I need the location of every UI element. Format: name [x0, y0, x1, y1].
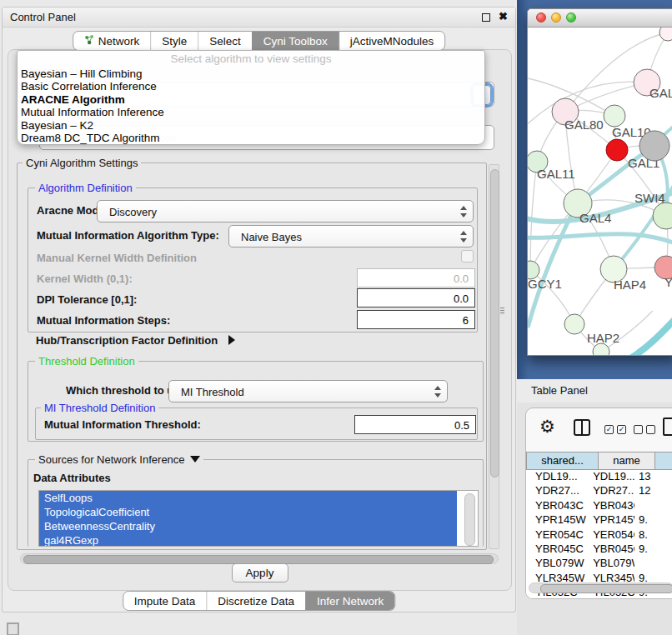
scrollbar-thumb[interactable]: [540, 584, 672, 593]
table-row[interactable]: YBR043C YBR043C: [526, 499, 672, 513]
unchecked-checkbox-icon[interactable]: [634, 425, 643, 434]
which-threshold-combo[interactable]: MI Threshold: [168, 380, 448, 402]
table-row[interactable]: YBR045C YBR045C 9.: [526, 542, 672, 557]
table-row[interactable]: YBL079W YBL079W: [526, 557, 672, 571]
algorithm-option-aracne[interactable]: ARACNE Algorithm: [18, 93, 484, 106]
close-icon[interactable]: ✖: [499, 10, 508, 22]
tab-label: Impute Data: [134, 595, 196, 608]
combo-stepper-icon: [459, 231, 467, 242]
network-node[interactable]: [653, 202, 672, 229]
algorithm-option-bayesian-hill-climbing[interactable]: Bayesian – Hill Climbing: [18, 68, 484, 80]
algorithm-option-basic-correlation[interactable]: Basic Correlation Inference: [18, 80, 484, 92]
manual-kernel-checkbox[interactable]: [461, 250, 474, 262]
threshold-definition-title: Threshold Definition: [35, 355, 138, 368]
columns-icon[interactable]: [574, 419, 590, 436]
sources-group-title: Sources for Network Inference: [35, 453, 203, 466]
network-graph: GALGAL80GAL10GAL1GAL11SWI4GAL4GCY1HAP4YH…: [528, 28, 672, 355]
checked-checkbox-icon[interactable]: [604, 425, 614, 434]
dpi-tolerance-value: 0.0: [454, 292, 469, 304]
network-node[interactable]: [659, 28, 672, 41]
tab-impute-data[interactable]: Impute Data: [123, 592, 207, 610]
aracne-mode-value: Discovery: [109, 205, 157, 218]
network-node[interactable]: [639, 131, 669, 161]
tab-jactivemnodules[interactable]: jActiveMNodules: [339, 32, 445, 50]
settings-vertical-scrollbar[interactable]: [489, 164, 499, 549]
apply-button[interactable]: Apply: [232, 563, 288, 582]
network-canvas[interactable]: GALGAL80GAL10GAL1GAL11SWI4GAL4GCY1HAP4YH…: [528, 28, 672, 355]
algorithm-option-mutual-information[interactable]: Mutual Information Inference: [18, 106, 484, 118]
gear-icon[interactable]: ⚙: [539, 417, 555, 437]
kernel-width-label: Kernel Width (0,1):: [37, 272, 133, 285]
mi-type-combo[interactable]: Naive Bayes: [228, 225, 474, 248]
table-row[interactable]: YER054C YER054C 8.: [526, 528, 672, 542]
hub-factor-label: Hub/Transcription Factor Definition: [36, 334, 218, 347]
nodes-layer: GALGAL80GAL10GAL1GAL11SWI4GAL4GCY1HAP4YH…: [528, 28, 672, 355]
aracne-mode-combo[interactable]: Discovery: [97, 200, 474, 222]
mi-threshold-value: 0.5: [454, 418, 469, 431]
dpi-tolerance-field[interactable]: 0.0: [357, 288, 475, 308]
minimize-traffic-light-icon[interactable]: [551, 12, 561, 22]
list-item-selfloops[interactable]: SelfLoops: [39, 491, 457, 505]
data-attributes-label: Data Attributes: [33, 472, 111, 484]
mi-steps-field[interactable]: 6: [357, 310, 475, 329]
cell-shared-name: YPR145W: [526, 513, 587, 528]
cell-name: YBR045C: [587, 542, 634, 557]
node-label: Y: [664, 275, 672, 289]
list-item-topologicalcoefficient[interactable]: TopologicalCoefficient: [39, 505, 457, 519]
network-window-titlebar[interactable]: [528, 9, 672, 28]
table-panel: ⚙ shared... name A YDL19... YDL19... 13: [517, 402, 672, 635]
tab-label: Infer Network: [317, 595, 384, 608]
panel-title: Control Panel: [10, 11, 76, 23]
algorithm-definition-group: Algorithm Definition Aracne Mode: Discov…: [28, 188, 478, 332]
scrollbar-thumb[interactable]: [490, 169, 499, 478]
table-horizontal-scrollbar[interactable]: [529, 582, 672, 593]
algorithm-option-bayesian-k2[interactable]: Bayesian – K2: [18, 119, 484, 132]
sources-group: Sources for Network Inference Data Attri…: [28, 459, 484, 547]
panel-splitter-grip[interactable]: [500, 308, 504, 315]
hub-factor-expander[interactable]: Hub/Transcription Factor Definition: [36, 332, 235, 348]
network-icon: [84, 35, 94, 48]
collapse-down-icon[interactable]: [190, 456, 200, 462]
tab-infer-network[interactable]: Infer Network: [305, 592, 394, 610]
column-header-shared-name[interactable]: shared...: [526, 452, 599, 470]
checked-checkbox-icon[interactable]: [617, 425, 626, 434]
cell-name: YDL19...: [587, 470, 634, 484]
table-row[interactable]: YDR27... YDR27... 12: [526, 484, 672, 498]
column-header-name[interactable]: name: [599, 452, 655, 470]
import-table-icon[interactable]: [663, 418, 672, 436]
tab-select[interactable]: Select: [198, 32, 252, 50]
table-header-row: shared... name A: [526, 452, 672, 470]
list-item-gal4rgexp[interactable]: gal4RGexp: [39, 533, 457, 547]
table-panel-title: Table Panel: [531, 384, 588, 397]
zoom-traffic-light-icon[interactable]: [566, 12, 576, 22]
mi-threshold-group-title: MI Threshold Definition: [41, 402, 158, 414]
network-node[interactable]: [564, 314, 584, 334]
tab-cyni-toolbox[interactable]: Cyni Toolbox: [252, 32, 339, 50]
network-node[interactable]: [604, 105, 625, 127]
list-item-betweennesscentrality[interactable]: BetweennessCentrality: [39, 519, 457, 533]
tab-network[interactable]: Network: [73, 32, 151, 50]
table-row[interactable]: YDL19... YDL19... 13: [526, 470, 672, 484]
cell-value: 13: [634, 470, 672, 484]
column-header-clipped[interactable]: A: [655, 452, 672, 470]
mi-threshold-field[interactable]: 0.5: [354, 415, 476, 434]
float-window-icon[interactable]: [482, 13, 490, 22]
network-node[interactable]: [606, 139, 628, 161]
tab-label: Network: [98, 35, 140, 48]
list-scrollbar-thumb[interactable]: [464, 493, 475, 546]
network-node[interactable]: [593, 343, 609, 355]
minimized-panel-icon[interactable]: [7, 622, 19, 635]
tab-discretize-data[interactable]: Discretize Data: [206, 592, 305, 610]
table-row[interactable]: YPR145W YPR145W 9.: [526, 513, 672, 528]
unchecked-checkbox-icon[interactable]: [646, 425, 655, 434]
kernel-width-field[interactable]: 0.0: [357, 268, 475, 288]
mi-steps-label: Mutual Information Steps:: [37, 314, 170, 327]
algorithm-option-dream8[interactable]: Dream8 DC_TDC Algorithm: [18, 132, 484, 144]
network-view-window[interactable]: GALGAL80GAL10GAL1GAL11SWI4GAL4GCY1HAP4YH…: [527, 8, 672, 356]
control-panel-window: Control Panel ✖ Network Style: [2, 7, 516, 612]
node-label: GAL80: [564, 118, 604, 132]
cell-value: [634, 557, 672, 571]
tab-style[interactable]: Style: [150, 32, 198, 50]
close-traffic-light-icon[interactable]: [536, 12, 546, 22]
sources-title-text: Sources for Network Inference: [38, 453, 185, 466]
